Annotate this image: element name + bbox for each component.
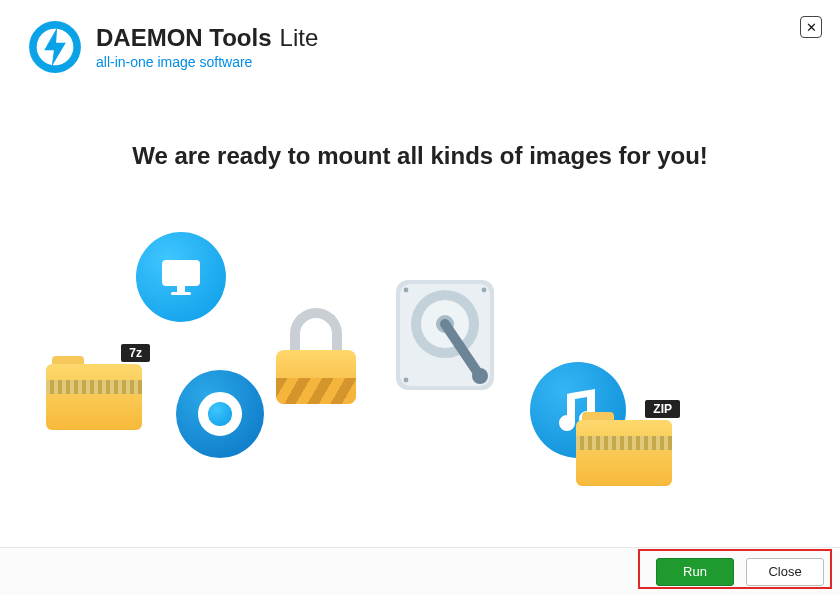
svg-point-10 (472, 368, 488, 384)
header: DAEMON Tools Lite all-in-one image softw… (0, 0, 840, 74)
svg-rect-2 (162, 260, 200, 286)
badge-zip: ZIP (645, 400, 680, 418)
close-button-label: Close (768, 564, 801, 579)
footer-bar: Run Close (0, 547, 840, 595)
hard-drive-icon (390, 276, 500, 394)
lock-icon (276, 308, 356, 404)
app-title-strong: DAEMON Tools (96, 24, 272, 52)
disc-target-icon (176, 370, 264, 458)
svg-rect-4 (171, 292, 191, 295)
archive-zip-icon: ZIP (576, 412, 672, 486)
run-button-label: Run (683, 564, 707, 579)
disc-image-icon (136, 232, 226, 322)
svg-point-13 (404, 378, 409, 383)
close-icon: ✕ (806, 20, 817, 35)
archive-7z-icon: 7z (46, 356, 142, 430)
svg-rect-3 (177, 286, 185, 292)
badge-7z: 7z (121, 344, 150, 362)
svg-point-11 (404, 288, 409, 293)
headline-text: We are ready to mount all kinds of image… (0, 142, 840, 170)
title-block: DAEMON Tools Lite all-in-one image softw… (96, 24, 318, 70)
app-subtitle: all-in-one image software (96, 54, 318, 70)
app-title-light: Lite (280, 24, 319, 52)
run-button[interactable]: Run (656, 558, 734, 586)
window-close-button[interactable]: ✕ (800, 16, 822, 38)
app-logo-icon (28, 20, 82, 74)
installer-window: ✕ DAEMON Tools Lite all-in-one image sof… (0, 0, 840, 595)
close-button[interactable]: Close (746, 558, 824, 586)
svg-point-12 (482, 288, 487, 293)
icon-canvas: 7z (0, 186, 840, 496)
